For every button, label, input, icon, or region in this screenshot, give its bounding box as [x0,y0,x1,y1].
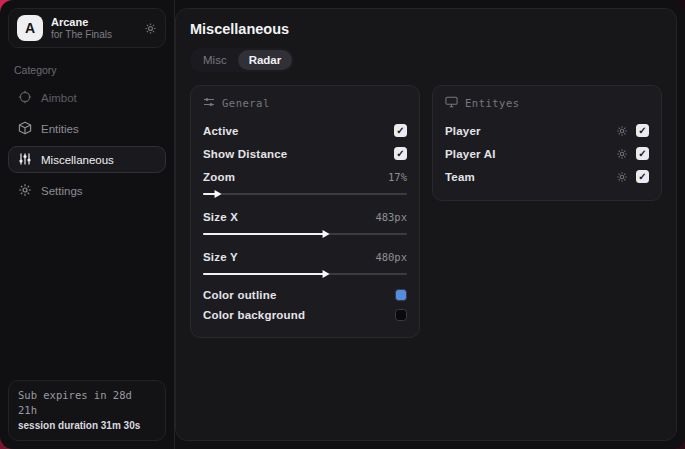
sub-expires-text: Sub expires in 28d 21h [18,388,156,418]
sidebar-item-miscellaneous[interactable]: Miscellaneous [8,146,166,173]
team-checkbox[interactable] [636,170,649,183]
slider-thumb[interactable] [323,230,330,238]
sidebar-item-label: Settings [41,185,83,197]
color-background-swatch[interactable] [395,309,407,321]
color-label: Color background [203,309,305,321]
slider-fill [203,233,325,235]
entity-row-player-ai: Player AI [445,142,649,165]
session-duration-text: session duration 31m 30s [18,419,156,434]
color-row-outline: Color outline [203,285,407,305]
slider-track [203,193,407,195]
monitor-icon [445,96,458,110]
sidebar-item-label: Entities [41,123,79,135]
slider-fill [203,273,325,275]
sidebar-item-label: Aimbot [41,92,77,104]
slider-thumb[interactable] [323,270,330,278]
sidebar-item-label: Miscellaneous [41,154,114,166]
toggle-label: Active [203,125,239,137]
app-window: A Arcane for The Finals Category [0,0,685,449]
app-name: Arcane [51,16,136,29]
tab-radar[interactable]: Radar [238,50,293,70]
general-panel: General Active Show Distance Zoom 17% [190,85,420,338]
mini-sliders-icon [203,96,215,110]
size-y-slider[interactable] [203,269,407,279]
toggle-row-show-distance: Show Distance [203,142,407,165]
sidebar-item-entities[interactable]: Entities [8,115,166,142]
toggle-row-active: Active [203,119,407,142]
gear-icon [18,183,32,199]
tab-bar: Misc Radar [190,48,294,72]
page-title: Miscellaneous [190,21,662,37]
slider-row-size-x: Size X 483px [203,205,407,228]
entities-panel-header: Entityes [445,96,649,110]
tab-misc[interactable]: Misc [192,50,238,70]
panels-row: General Active Show Distance Zoom 17% [190,85,662,338]
account-gear-icon[interactable] [144,22,157,35]
size-x-slider[interactable] [203,229,407,239]
sidebar-item-settings[interactable]: Settings [8,177,166,204]
active-checkbox[interactable] [394,124,407,137]
slider-thumb[interactable] [215,190,222,198]
app-subtitle: for The Finals [51,29,136,41]
general-panel-title: General [222,97,270,109]
slider-value: 17% [388,171,407,183]
entity-label: Player AI [445,148,496,160]
general-panel-header: General [203,96,407,110]
main-content: Miscellaneous Misc Radar General [175,8,677,441]
slider-row-size-y: Size Y 480px [203,245,407,268]
player-ai-checkbox[interactable] [636,147,649,160]
sidebar-nav: Aimbot Entities [8,84,166,204]
show-distance-checkbox[interactable] [394,147,407,160]
cube-icon [18,121,32,137]
color-outline-swatch[interactable] [395,289,407,301]
slider-label: Size X [203,211,238,223]
zoom-slider[interactable] [203,189,407,199]
slider-row-zoom: Zoom 17% [203,165,407,188]
account-card[interactable]: A Arcane for The Finals [8,8,166,48]
sliders-icon [18,152,32,168]
slider-label: Size Y [203,251,238,263]
account-meta: Arcane for The Finals [51,16,136,40]
slider-value: 483px [375,211,407,223]
color-row-background: Color background [203,305,407,325]
player-ai-gear-icon[interactable] [616,148,628,160]
entity-label: Player [445,125,481,137]
slider-value: 480px [375,251,407,263]
entities-panel-title: Entityes [465,97,520,109]
entity-row-team: Team [445,165,649,188]
color-label: Color outline [203,289,277,301]
entity-row-player: Player [445,119,649,142]
team-gear-icon[interactable] [616,171,628,183]
app-logo: A [17,15,43,41]
sidebar: A Arcane for The Finals Category [0,0,175,449]
player-checkbox[interactable] [636,124,649,137]
crosshair-icon [18,90,32,106]
entities-panel: Entityes Player P [432,85,662,201]
subscription-info-card: Sub expires in 28d 21h session duration … [8,380,166,441]
entity-label: Team [445,171,475,183]
slider-label: Zoom [203,171,235,183]
category-label: Category [14,64,160,76]
toggle-label: Show Distance [203,148,287,160]
player-gear-icon[interactable] [616,125,628,137]
sidebar-item-aimbot[interactable]: Aimbot [8,84,166,111]
